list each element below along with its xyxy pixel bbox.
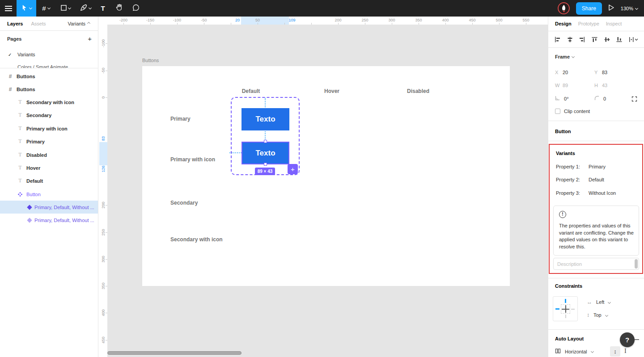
page-selector[interactable]: Variants — [68, 21, 90, 26]
x-position-field[interactable]: X20 — [555, 70, 568, 75]
pen-tool-button[interactable] — [76, 0, 95, 17]
hand-tool-button[interactable] — [110, 0, 127, 17]
corner-radius-icon — [594, 96, 602, 101]
move-tool-button[interactable] — [17, 0, 36, 17]
corner-radius-field[interactable]: 0 — [594, 96, 606, 101]
frame-tool-button[interactable]: # — [36, 0, 56, 17]
y-position-field[interactable]: Y83 — [594, 70, 607, 75]
layer-row-frame[interactable]: # Buttons — [0, 70, 98, 83]
property-1-value[interactable]: Primary — [589, 164, 606, 169]
ruler-tick-selection: 20 — [235, 18, 240, 22]
vertical-constraint-dropdown[interactable]: ↕ Top — [587, 312, 608, 318]
layer-name: Secondary — [26, 113, 51, 118]
w-value: 89 — [563, 83, 568, 88]
layer-row-text[interactable]: T Default — [0, 174, 98, 187]
layer-row-component[interactable]: Button — [0, 188, 98, 201]
canvas[interactable]: Buttons Default Hover Disabled Primary P… — [107, 25, 548, 357]
layer-row-text[interactable]: T Primary — [0, 135, 98, 148]
checkbox-icon[interactable] — [555, 109, 560, 114]
gap-ibeam-icon[interactable]: I — [624, 348, 627, 355]
horizontal-constraint-dropdown[interactable]: ↔ Left — [587, 299, 610, 305]
chevron-up-icon — [87, 22, 90, 25]
pages-section: Pages + ✓ Variants Colors / Smart Animat… — [0, 31, 98, 68]
distribute-menu-button[interactable] — [628, 36, 638, 43]
layer-row-text[interactable]: T Secondary — [0, 109, 98, 122]
share-button[interactable]: Share — [576, 2, 602, 15]
clip-content-control[interactable]: Clip content — [555, 109, 590, 114]
selection-handle-bottom[interactable] — [264, 163, 267, 166]
add-variant-button[interactable]: + — [288, 164, 298, 174]
chevron-down-icon — [29, 6, 32, 9]
variant-diamond-icon — [27, 218, 32, 223]
page-item-colors[interactable]: Colors / Smart Animate — [0, 61, 98, 68]
ruler-tick: 350 — [415, 18, 422, 22]
auto-layout-direction-value: Horizontal — [565, 349, 587, 354]
ruler-selection-band — [241, 17, 289, 25]
pages-header: Pages — [7, 36, 21, 42]
selection-handle-top[interactable] — [264, 140, 267, 143]
frame-buttons[interactable] — [142, 66, 510, 286]
button-variant-selected[interactable]: Texto — [242, 142, 289, 164]
warning-message: The properties and values of this varian… — [559, 223, 636, 250]
vertical-gap-button[interactable]: ↕ — [610, 346, 620, 357]
tab-design[interactable]: Design — [555, 21, 572, 26]
row-label-secondary-with-icon: Secondary with icon — [170, 236, 223, 243]
horizontal-arrow-icon: ↔ — [587, 299, 592, 305]
layer-name: Buttons — [17, 87, 35, 92]
zoom-level-control[interactable]: 130% — [621, 6, 638, 11]
description-input[interactable] — [553, 258, 639, 270]
ruler-tick: 200 — [335, 18, 341, 22]
constraint-bottom-pin[interactable] — [565, 315, 566, 318]
layer-row-text[interactable]: T Secondary with icon — [0, 96, 98, 109]
chevron-down-icon — [608, 300, 611, 303]
layer-row-text[interactable]: T Primary with icon — [0, 122, 98, 135]
shape-tool-button[interactable] — [56, 0, 76, 17]
tab-layers[interactable]: Layers — [7, 21, 23, 26]
text-tool-button[interactable]: T — [95, 0, 110, 17]
avatar[interactable] — [558, 2, 570, 14]
align-top-button[interactable] — [591, 36, 598, 43]
align-left-button[interactable] — [554, 36, 561, 43]
layer-row-variant[interactable]: Primary, Default, Without ... — [0, 214, 98, 227]
constraint-top-pin[interactable] — [565, 299, 566, 303]
align-bottom-button[interactable] — [616, 36, 623, 43]
button-variant-default[interactable]: Texto — [242, 108, 289, 130]
rotation-field[interactable]: 0° — [555, 96, 569, 101]
button-text: Texto — [255, 115, 275, 124]
layer-row-frame[interactable]: # Buttons — [0, 83, 98, 96]
constraint-right-pin[interactable] — [571, 309, 575, 310]
page-selector-label: Variants — [68, 21, 85, 26]
width-field[interactable]: W89 — [555, 83, 568, 88]
property-2-value[interactable]: Default — [589, 177, 604, 182]
auto-layout-direction-dropdown[interactable]: Horizontal — [555, 348, 593, 355]
alignment-toolbar — [548, 31, 644, 48]
independent-corners-button[interactable] — [631, 96, 637, 103]
description-scrollbar[interactable] — [635, 259, 638, 269]
comment-tool-button[interactable] — [127, 0, 144, 17]
layer-row-text[interactable]: T Disabled — [0, 148, 98, 161]
frame-title[interactable]: Buttons — [142, 58, 159, 63]
add-page-button[interactable]: + — [88, 35, 92, 42]
inspector-tabs: Design Prototype Inspect — [548, 17, 644, 31]
constraint-left-pin[interactable] — [555, 308, 559, 310]
main-menu-button[interactable] — [0, 0, 17, 17]
layer-row-variant-selected[interactable]: Primary, Default, Without ... — [0, 201, 98, 214]
page-item-variants[interactable]: ✓ Variants — [0, 49, 98, 60]
present-button[interactable] — [608, 4, 614, 13]
constraints-widget[interactable] — [553, 296, 578, 321]
property-3-value[interactable]: Without Icon — [589, 190, 616, 196]
w-label: W — [555, 83, 563, 88]
align-horizontal-centers-button[interactable] — [567, 36, 573, 43]
height-field[interactable]: H43 — [594, 83, 607, 88]
remove-auto-layout-button[interactable] — [635, 339, 639, 340]
tab-inspect[interactable]: Inspect — [606, 21, 622, 26]
layer-row-text[interactable]: T Hover — [0, 161, 98, 174]
tab-assets[interactable]: Assets — [31, 21, 46, 26]
selection-type-dropdown[interactable]: Frame — [555, 54, 574, 59]
horizontal-scrollbar[interactable] — [107, 351, 242, 355]
tab-prototype[interactable]: Prototype — [578, 21, 599, 26]
align-vertical-centers-button[interactable] — [604, 36, 610, 43]
help-button[interactable]: ? — [620, 332, 635, 347]
align-right-button[interactable] — [579, 36, 585, 43]
ruler-tick-selection: 83 — [101, 136, 106, 141]
